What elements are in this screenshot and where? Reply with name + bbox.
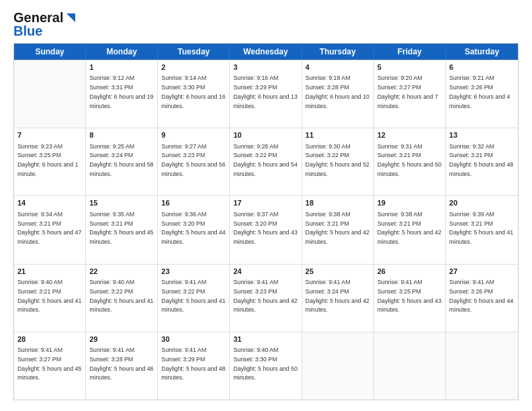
cal-cell: 2 Sunrise: 9:14 AMSunset: 3:30 PMDayligh… [158, 60, 230, 128]
sunrise-info: Sunrise: 9:16 AMSunset: 3:29 PMDaylight:… [233, 75, 297, 109]
sunrise-info: Sunrise: 9:40 AMSunset: 3:22 PMDaylight:… [89, 279, 153, 313]
header: General Blue [13, 11, 519, 38]
day-number: 6 [449, 62, 515, 73]
day-number: 3 [233, 62, 298, 73]
sunrise-info: Sunrise: 9:41 AMSunset: 3:24 PMDaylight:… [306, 279, 369, 313]
day-header-saturday: Saturday [446, 44, 518, 60]
cal-cell: 1 Sunrise: 9:12 AMSunset: 3:31 PMDayligh… [86, 60, 158, 128]
day-number: 10 [233, 130, 298, 140]
cal-cell: 24 Sunrise: 9:41 AMSunset: 3:23 PMDaylig… [230, 265, 302, 332]
day-number: 24 [233, 267, 298, 277]
sunrise-info: Sunrise: 9:36 AMSunset: 3:20 PMDaylight:… [161, 211, 225, 245]
day-number: 2 [161, 62, 226, 73]
logo-blue-text: Blue [13, 24, 75, 38]
cal-cell: 26 Sunrise: 9:41 AMSunset: 3:25 PMDaylig… [374, 265, 446, 332]
day-header-tuesday: Tuesday [158, 44, 230, 60]
cal-cell: 27 Sunrise: 9:41 AMSunset: 3:26 PMDaylig… [446, 265, 518, 332]
calendar-body: 1 Sunrise: 9:12 AMSunset: 3:31 PMDayligh… [14, 60, 518, 400]
cal-cell: 25 Sunrise: 9:41 AMSunset: 3:24 PMDaylig… [302, 265, 374, 332]
sunrise-info: Sunrise: 9:14 AMSunset: 3:30 PMDaylight:… [161, 75, 225, 109]
day-header-monday: Monday [86, 44, 158, 60]
day-number: 15 [89, 198, 154, 208]
day-number: 25 [306, 267, 370, 277]
cal-cell: 31 Sunrise: 9:40 AMSunset: 3:30 PMDaylig… [230, 332, 302, 400]
sunrise-info: Sunrise: 9:21 AMSunset: 3:26 PMDaylight:… [449, 75, 510, 109]
sunrise-info: Sunrise: 9:40 AMSunset: 3:30 PMDaylight:… [233, 347, 297, 381]
cal-cell [374, 332, 446, 400]
sunrise-info: Sunrise: 9:27 AMSunset: 3:23 PMDaylight:… [161, 143, 225, 177]
sunrise-info: Sunrise: 9:32 AMSunset: 3:21 PMDaylight:… [449, 143, 513, 177]
sunrise-info: Sunrise: 9:41 AMSunset: 3:28 PMDaylight:… [89, 347, 153, 381]
sunrise-info: Sunrise: 9:20 AMSunset: 3:27 PMDaylight:… [378, 75, 438, 109]
logo-arrow-icon [64, 13, 75, 22]
cal-cell: 20 Sunrise: 9:39 AMSunset: 3:21 PMDaylig… [446, 196, 518, 263]
sunrise-info: Sunrise: 9:38 AMSunset: 3:21 PMDaylight:… [306, 211, 369, 245]
day-number: 7 [17, 130, 82, 140]
sunrise-info: Sunrise: 9:12 AMSunset: 3:31 PMDaylight:… [89, 75, 153, 109]
sunrise-info: Sunrise: 9:39 AMSunset: 3:21 PMDaylight:… [449, 211, 513, 245]
cal-cell: 22 Sunrise: 9:40 AMSunset: 3:22 PMDaylig… [86, 265, 158, 332]
cal-cell: 16 Sunrise: 9:36 AMSunset: 3:20 PMDaylig… [158, 196, 230, 263]
sunrise-info: Sunrise: 9:30 AMSunset: 3:22 PMDaylight:… [306, 143, 369, 177]
day-number: 8 [89, 130, 154, 140]
week-row-2: 7 Sunrise: 9:23 AMSunset: 3:25 PMDayligh… [14, 128, 518, 195]
sunrise-info: Sunrise: 9:41 AMSunset: 3:27 PMDaylight:… [17, 347, 81, 381]
cal-cell: 18 Sunrise: 9:38 AMSunset: 3:21 PMDaylig… [302, 196, 374, 263]
day-header-friday: Friday [374, 44, 446, 60]
day-number: 29 [89, 334, 154, 345]
cal-cell: 30 Sunrise: 9:41 AMSunset: 3:29 PMDaylig… [158, 332, 230, 400]
day-number: 19 [378, 198, 442, 208]
day-number: 9 [161, 130, 226, 140]
sunrise-info: Sunrise: 9:18 AMSunset: 3:28 PMDaylight:… [306, 75, 369, 109]
week-row-5: 28 Sunrise: 9:41 AMSunset: 3:27 PMDaylig… [14, 332, 518, 400]
cal-cell: 15 Sunrise: 9:35 AMSunset: 3:21 PMDaylig… [86, 196, 158, 263]
calendar: SundayMondayTuesdayWednesdayThursdayFrid… [13, 43, 519, 400]
day-number: 16 [161, 198, 226, 208]
sunrise-info: Sunrise: 9:28 AMSunset: 3:22 PMDaylight:… [233, 143, 297, 177]
cal-cell: 21 Sunrise: 9:40 AMSunset: 3:21 PMDaylig… [14, 265, 86, 332]
day-number: 1 [89, 62, 154, 73]
logo: General Blue [13, 11, 75, 38]
cal-cell: 4 Sunrise: 9:18 AMSunset: 3:28 PMDayligh… [302, 60, 374, 128]
sunrise-info: Sunrise: 9:38 AMSunset: 3:21 PMDaylight:… [378, 211, 441, 245]
day-number: 30 [161, 334, 226, 345]
day-number: 21 [17, 267, 82, 277]
sunrise-info: Sunrise: 9:37 AMSunset: 3:20 PMDaylight:… [233, 211, 297, 245]
sunrise-info: Sunrise: 9:23 AMSunset: 3:25 PMDaylight:… [17, 143, 78, 177]
cal-cell: 9 Sunrise: 9:27 AMSunset: 3:23 PMDayligh… [158, 128, 230, 195]
day-number: 23 [161, 267, 226, 277]
day-number: 22 [89, 267, 154, 277]
day-number: 11 [306, 130, 370, 140]
sunrise-info: Sunrise: 9:41 AMSunset: 3:23 PMDaylight:… [233, 279, 297, 313]
cal-cell: 8 Sunrise: 9:25 AMSunset: 3:24 PMDayligh… [86, 128, 158, 195]
day-header-wednesday: Wednesday [230, 44, 302, 60]
day-number: 17 [233, 198, 298, 208]
day-number: 12 [378, 130, 442, 140]
sunrise-info: Sunrise: 9:41 AMSunset: 3:29 PMDaylight:… [161, 347, 225, 381]
cal-cell [302, 332, 374, 400]
day-number: 18 [306, 198, 370, 208]
sunrise-info: Sunrise: 9:41 AMSunset: 3:22 PMDaylight:… [161, 279, 225, 313]
svg-marker-0 [66, 13, 75, 22]
cal-cell: 17 Sunrise: 9:37 AMSunset: 3:20 PMDaylig… [230, 196, 302, 263]
cal-cell: 11 Sunrise: 9:30 AMSunset: 3:22 PMDaylig… [302, 128, 374, 195]
week-row-4: 21 Sunrise: 9:40 AMSunset: 3:21 PMDaylig… [14, 264, 518, 332]
sunrise-info: Sunrise: 9:40 AMSunset: 3:21 PMDaylight:… [17, 279, 81, 313]
logo-block: General Blue [13, 11, 75, 38]
cal-cell: 7 Sunrise: 9:23 AMSunset: 3:25 PMDayligh… [14, 128, 86, 195]
cal-cell: 10 Sunrise: 9:28 AMSunset: 3:22 PMDaylig… [230, 128, 302, 195]
cal-cell: 28 Sunrise: 9:41 AMSunset: 3:27 PMDaylig… [14, 332, 86, 400]
page: General Blue SundayMondayTuesdayWednesda… [0, 0, 532, 411]
sunrise-info: Sunrise: 9:35 AMSunset: 3:21 PMDaylight:… [89, 211, 153, 245]
day-header-sunday: Sunday [14, 44, 86, 60]
cal-cell: 12 Sunrise: 9:31 AMSunset: 3:21 PMDaylig… [374, 128, 446, 195]
cal-cell: 5 Sunrise: 9:20 AMSunset: 3:27 PMDayligh… [374, 60, 446, 128]
cal-cell: 14 Sunrise: 9:34 AMSunset: 3:21 PMDaylig… [14, 196, 86, 263]
week-row-3: 14 Sunrise: 9:34 AMSunset: 3:21 PMDaylig… [14, 195, 518, 263]
sunrise-info: Sunrise: 9:34 AMSunset: 3:21 PMDaylight:… [17, 211, 81, 245]
cal-cell [446, 332, 518, 400]
sunrise-info: Sunrise: 9:25 AMSunset: 3:24 PMDaylight:… [89, 143, 153, 177]
cal-cell [14, 60, 86, 128]
calendar-header-row: SundayMondayTuesdayWednesdayThursdayFrid… [14, 44, 518, 60]
day-number: 31 [233, 334, 298, 345]
